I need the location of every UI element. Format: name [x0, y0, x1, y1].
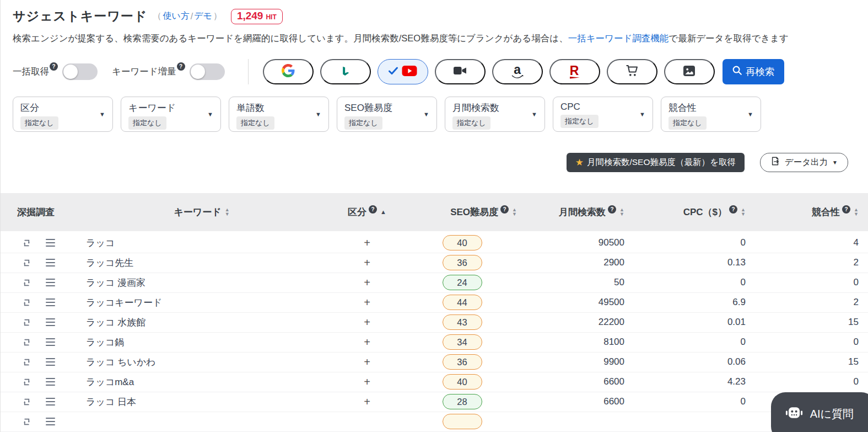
filter-value-chip: 指定なし — [452, 116, 490, 130]
help-icon[interactable]: ? — [500, 205, 509, 214]
bulk-research-link[interactable]: 一括キーワード調査機能 — [568, 33, 669, 43]
deep-dive-icon[interactable] — [21, 337, 32, 348]
column-header-keyword[interactable]: キーワード ▲▼ — [72, 206, 331, 218]
menu-icon[interactable] — [46, 239, 55, 247]
filter-seo-difficulty[interactable]: SEO難易度 指定なし ▼ — [337, 97, 437, 132]
filter-word-count[interactable]: 単語数 指定なし ▼ — [229, 97, 329, 132]
bulk-toggle-group: 一括取得? — [13, 63, 98, 80]
fetch-latest-button[interactable]: ★ 月間検索数/SEO難易度（最新）を取得 — [567, 153, 745, 172]
cpc-cell: 0.13 — [629, 257, 750, 268]
research-button[interactable]: 再検索 — [723, 59, 784, 84]
kubun-add-cell[interactable]: + — [331, 336, 403, 349]
row-action-icons — [1, 337, 72, 348]
table-row: ラッコ 漫画家 + 24 50 0 0 — [1, 273, 868, 293]
kubun-add-cell[interactable]: + — [331, 257, 403, 269]
column-header-comp[interactable]: 競合性 ? ▲▼ — [750, 206, 868, 218]
kubun-add-cell[interactable]: + — [331, 356, 403, 369]
seo-cell — [403, 414, 521, 429]
deep-dive-icon[interactable] — [21, 417, 32, 427]
sort-icon: ▲▼ — [225, 207, 230, 216]
help-icon[interactable]: ? — [608, 205, 616, 214]
ask-ai-button[interactable]: AIに質問 — [771, 392, 868, 432]
help-icon[interactable]: ? — [729, 205, 737, 214]
help-icon[interactable]: ? — [842, 205, 850, 214]
search-icon — [732, 65, 742, 78]
deep-dive-icon[interactable] — [21, 238, 32, 248]
filter-keyword[interactable]: キーワード 指定なし ▼ — [121, 97, 221, 132]
deep-dive-icon[interactable] — [21, 317, 32, 328]
chevron-down-icon: ▼ — [639, 111, 645, 118]
filter-value-chip: 指定なし — [668, 116, 707, 130]
menu-icon[interactable] — [46, 279, 55, 286]
kubun-add-cell[interactable]: + — [331, 276, 403, 289]
engine-amazon-button[interactable]: a — [492, 59, 543, 84]
hit-count-badge: 1,249 HIT — [231, 9, 283, 24]
engine-shopping-button[interactable] — [607, 59, 657, 84]
sort-icon: ▲▼ — [741, 207, 746, 216]
menu-icon[interactable] — [46, 318, 55, 326]
help-icon[interactable]: ? — [50, 62, 58, 71]
seo-cell: 34 — [403, 334, 521, 350]
menu-icon[interactable] — [46, 378, 55, 386]
kubun-add-cell[interactable]: + — [331, 396, 403, 408]
menu-icon[interactable] — [46, 398, 55, 406]
video-camera-icon — [453, 65, 467, 78]
filter-kubun[interactable]: 区分 指定なし ▼ — [13, 97, 113, 132]
deep-dive-icon[interactable] — [21, 357, 32, 367]
deep-dive-icon[interactable] — [21, 258, 32, 268]
chevron-down-icon: ▼ — [207, 111, 213, 118]
amazon-icon: a — [511, 64, 524, 79]
deep-dive-icon[interactable] — [21, 297, 32, 308]
kubun-add-cell[interactable]: + — [331, 376, 403, 388]
menu-icon[interactable] — [46, 358, 55, 366]
filter-competition[interactable]: 競合性 指定なし ▼ — [661, 97, 761, 132]
cpc-cell: 0.06 — [629, 356, 750, 367]
filter-cpc[interactable]: CPC 指定なし ▼ — [553, 97, 653, 132]
filter-monthly-volume[interactable]: 月間検索数 指定なし ▼ — [445, 97, 545, 132]
column-header-cpc[interactable]: CPC（$） ? ▲▼ — [629, 206, 750, 218]
boost-toggle-switch[interactable] — [190, 63, 225, 80]
table-row: ラッコm&a + 40 6600 4.23 0 — [1, 372, 868, 392]
research-button-label: 再検索 — [746, 65, 775, 78]
seo-difficulty-pill: 36 — [443, 255, 482, 270]
data-export-button[interactable]: データ出力 ▼ — [760, 153, 848, 172]
deep-dive-icon[interactable] — [21, 278, 32, 288]
bulk-toggle-switch[interactable] — [62, 63, 98, 80]
column-header-kubun[interactable]: 区分 ? ▲ — [331, 206, 403, 218]
usage-link[interactable]: 使い方 — [163, 10, 189, 22]
menu-icon[interactable] — [46, 418, 55, 425]
seo-cell: 24 — [403, 275, 521, 290]
demo-link[interactable]: デモ — [194, 10, 212, 22]
deep-dive-icon[interactable] — [21, 397, 32, 407]
menu-icon[interactable] — [46, 338, 55, 346]
menu-icon[interactable] — [46, 298, 55, 306]
chevron-down-icon: ▼ — [423, 111, 429, 118]
seo-cell: 44 — [403, 295, 521, 310]
divider — [248, 59, 249, 84]
menu-icon[interactable] — [46, 259, 55, 266]
engine-bing-button[interactable] — [320, 59, 371, 84]
engine-image-button[interactable] — [664, 59, 715, 84]
column-header-volume[interactable]: 月間検索数 ? ▲▼ — [521, 206, 629, 218]
volume-cell: 49500 — [521, 297, 629, 308]
kubun-add-cell[interactable]: + — [331, 316, 403, 329]
filter-label: 競合性 — [668, 102, 754, 114]
deep-dive-icon[interactable] — [21, 377, 32, 387]
cpc-cell: 0 — [629, 277, 750, 288]
engine-google-button[interactable] — [263, 59, 314, 84]
engine-youtube-button[interactable] — [378, 59, 428, 84]
kubun-add-cell[interactable]: + — [331, 296, 403, 309]
filter-label: キーワード — [128, 102, 214, 114]
engine-rakuten-button[interactable]: R — [549, 59, 600, 84]
kubun-add-cell[interactable]: + — [331, 237, 403, 249]
help-icon[interactable]: ? — [369, 205, 377, 214]
help-icon[interactable]: ? — [177, 62, 185, 71]
engine-video-button[interactable] — [435, 59, 486, 84]
seo-difficulty-pill: 44 — [443, 295, 482, 310]
filter-value-chip: 指定なし — [236, 116, 274, 130]
keyword-cell: ラッコ ちいかわ — [72, 356, 331, 369]
filter-value-chip: 指定なし — [128, 116, 166, 130]
column-header-seo[interactable]: SEO難易度 ? ▲▼ — [403, 206, 521, 218]
filter-value-chip: 指定なし — [560, 115, 599, 128]
filter-value-chip: 指定なし — [20, 116, 58, 130]
